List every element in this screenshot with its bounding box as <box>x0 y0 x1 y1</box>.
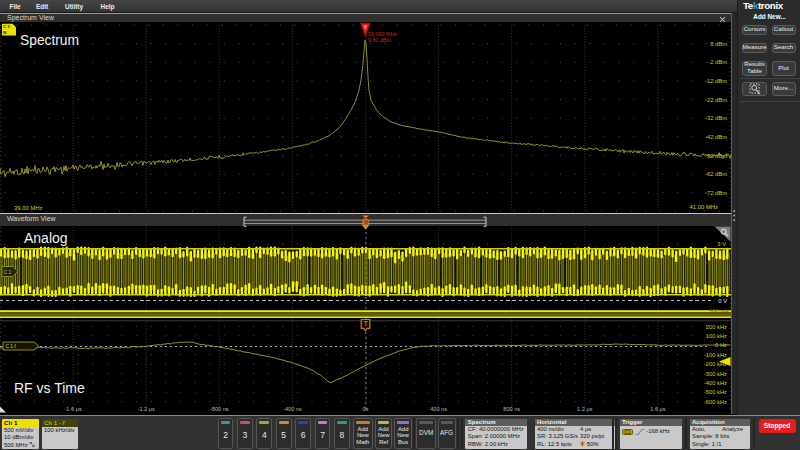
svg-text:-22 dBm: -22 dBm <box>705 97 727 103</box>
svg-text:-42 dBm: -42 dBm <box>705 134 727 140</box>
svg-text:800 ns: 800 ns <box>503 406 520 412</box>
svg-text:-500 kHz: -500 kHz <box>704 389 727 395</box>
svg-text:C 1-f: C 1-f <box>6 344 17 349</box>
svg-text:T: T <box>364 320 368 327</box>
svg-text:8 dBm: 8 dBm <box>710 41 727 47</box>
svg-text:C 1: C 1 <box>4 270 12 275</box>
svg-text:39.00 MHz: 39.00 MHz <box>14 205 43 211</box>
svg-text:9.81 dBm: 9.81 dBm <box>368 37 392 43</box>
svg-text:0 Hz: 0 Hz <box>715 342 727 348</box>
svg-text:1.6 μs: 1.6 μs <box>650 406 666 412</box>
svg-text:-1.6 μs: -1.6 μs <box>64 406 81 412</box>
svg-text:Analog: Analog <box>24 230 68 246</box>
svg-text:-600 kHz: -600 kHz <box>704 399 727 405</box>
svg-text:RF vs Time: RF vs Time <box>14 380 85 396</box>
svg-text:-72 dBm: -72 dBm <box>705 190 727 196</box>
svg-text:-300 kHz: -300 kHz <box>704 371 727 377</box>
svg-text:0 V: 0 V <box>718 298 727 304</box>
svg-text:400 ns: 400 ns <box>430 406 447 412</box>
svg-text:500 mV: 500 mV <box>709 308 729 314</box>
svg-text:41.00 MHz: 41.00 MHz <box>690 204 719 210</box>
svg-text:-32 dBm: -32 dBm <box>705 115 727 121</box>
svg-text:-100 kHz: -100 kHz <box>704 352 727 358</box>
svg-text:-1.2 μs: -1.2 μs <box>138 406 155 412</box>
svg-text:Spectrum: Spectrum <box>20 33 79 48</box>
svg-text:-62 dBm: -62 dBm <box>705 171 727 177</box>
svg-text:-2 dBm: -2 dBm <box>708 59 727 65</box>
svg-text:N: N <box>3 30 6 35</box>
svg-text:100 kHz: 100 kHz <box>706 333 727 339</box>
svg-text:-800 ns: -800 ns <box>210 406 229 412</box>
svg-text:C 1: C 1 <box>3 24 10 29</box>
svg-text:1.2 μs: 1.2 μs <box>577 406 593 412</box>
svg-text:-400 ns: -400 ns <box>283 406 302 412</box>
svg-text:200 kHz: 200 kHz <box>706 324 727 330</box>
svg-text:-12 dBm: -12 dBm <box>705 78 727 84</box>
svg-text:3 V: 3 V <box>717 241 726 247</box>
svg-text:0s: 0s <box>363 406 369 412</box>
svg-text:-400 kHz: -400 kHz <box>704 380 727 386</box>
